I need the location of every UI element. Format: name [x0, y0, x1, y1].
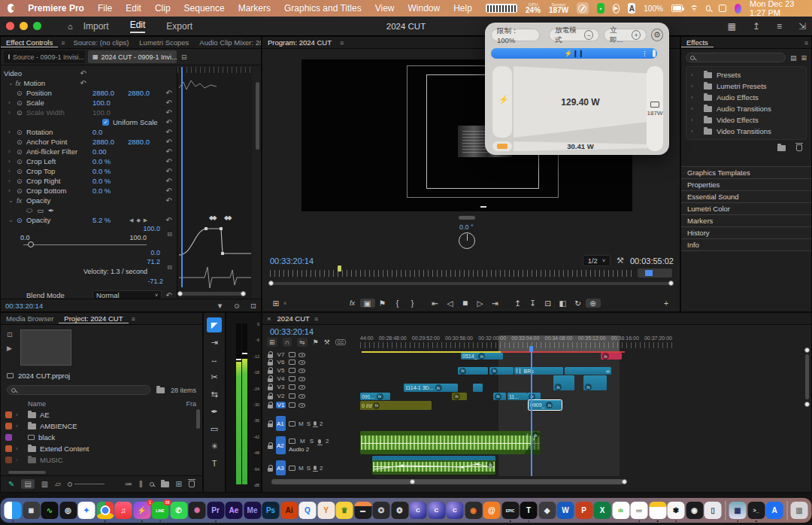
- source-patch-icon[interactable]: [289, 360, 295, 365]
- comparison-view-button[interactable]: ◧: [556, 299, 571, 308]
- dock-illustrator-icon[interactable]: Ai: [280, 502, 298, 519]
- lock-icon[interactable]: [268, 405, 273, 408]
- stopwatch-icon[interactable]: ⊙: [17, 178, 26, 185]
- mute-button[interactable]: M: [298, 465, 304, 472]
- play-menu-icon[interactable]: ▶: [613, 4, 620, 14]
- dock-pineapple-app-icon[interactable]: ♛: [336, 502, 353, 519]
- reset-icon[interactable]: ↶: [166, 128, 172, 136]
- tab-source-monitor[interactable]: Source: (no clips): [68, 38, 134, 47]
- track-header-v6[interactable]: V6: [268, 359, 360, 366]
- chevron-right-icon[interactable]: ›: [16, 423, 24, 429]
- chevron-right-icon[interactable]: ›: [691, 83, 699, 90]
- dock-qfinder-icon[interactable]: Q: [299, 502, 317, 519]
- clip-v5-a[interactable]: fx: [458, 367, 488, 375]
- dock-cinema4d-icon-3[interactable]: C: [447, 502, 464, 519]
- panel-menu-icon[interactable]: ≡: [804, 39, 808, 47]
- dock-davinci-icon[interactable]: ✺: [189, 502, 206, 519]
- safe-margins-button[interactable]: ▣: [360, 299, 375, 308]
- program-monitor-title[interactable]: Program: 2024 CUT: [262, 38, 337, 47]
- dock-notes-icon[interactable]: [649, 502, 666, 519]
- lock-icon[interactable]: [268, 445, 273, 449]
- clear-icon[interactable]: [189, 481, 195, 487]
- rotation-dial[interactable]: [459, 232, 475, 249]
- slip-tool[interactable]: ⇆: [207, 387, 222, 402]
- workspaces-icon[interactable]: ▦: [728, 21, 736, 32]
- new-bin-icon[interactable]: [161, 481, 169, 487]
- dock-epic-games-icon[interactable]: EPIC: [501, 502, 519, 519]
- close-window-button[interactable]: [6, 22, 14, 30]
- effects-folder-audio-effects[interactable]: ›Audio Effects: [686, 92, 806, 103]
- find-icon[interactable]: [150, 482, 154, 487]
- voiceover-mic-icon[interactable]: [314, 421, 317, 426]
- chevron-right-icon[interactable]: ›: [691, 71, 699, 78]
- track-header-v7[interactable]: V7: [268, 351, 360, 358]
- dock-music-icon[interactable]: ♫: [115, 502, 132, 519]
- source-patch-icon[interactable]: [289, 439, 295, 444]
- clip-v5-b[interactable]: fx: [489, 367, 514, 375]
- lock-icon[interactable]: [268, 354, 273, 358]
- rotation-grip[interactable]: [459, 216, 475, 220]
- keyframe-bowtie-icon[interactable]: ◆◆: [209, 214, 215, 221]
- search-bin-icon[interactable]: [156, 387, 165, 393]
- stopwatch-icon[interactable]: ⊙: [17, 99, 26, 107]
- solo-button[interactable]: S: [307, 465, 311, 472]
- zoom-box-thumb[interactable]: [645, 270, 653, 276]
- dock-messenger-icon[interactable]: ⚡1: [133, 502, 150, 519]
- clip-v3-small[interactable]: [473, 384, 483, 392]
- mute-button[interactable]: M: [298, 420, 304, 427]
- scrubber-marker[interactable]: [338, 266, 341, 272]
- ripple-edit-tool[interactable]: ↔: [207, 352, 222, 367]
- lock-icon[interactable]: [268, 370, 273, 374]
- lock-icon[interactable]: [268, 396, 273, 399]
- dock-cinema4d-icon-2[interactable]: C: [428, 502, 445, 519]
- clip-a2-music[interactable]: ♪ fx: [360, 431, 541, 454]
- lock-icon[interactable]: [268, 362, 273, 366]
- source-patch-icon[interactable]: [289, 421, 295, 426]
- clip-v5-c[interactable]: ∞: [565, 367, 611, 375]
- source-patch-icon[interactable]: [289, 466, 295, 471]
- panel-tab-graphics-templates[interactable]: Graphics Templates: [681, 166, 811, 178]
- accepted-effects-icon[interactable]: ▤: [790, 54, 797, 62]
- dock-cocktail-app-icon[interactable]: Y: [317, 502, 335, 519]
- position-y-value[interactable]: 2880.0: [128, 89, 163, 97]
- scroll-knob-right[interactable]: [668, 281, 674, 286]
- source-patch-icon[interactable]: [289, 376, 295, 381]
- label-chip[interactable]: [5, 411, 12, 418]
- opacity-value[interactable]: 5.2 %: [92, 216, 128, 224]
- source-patch-icon[interactable]: [289, 368, 295, 373]
- chevron-right-icon[interactable]: ›: [691, 117, 699, 123]
- dock-houdini-icon[interactable]: @: [483, 502, 501, 519]
- track-output-eye-icon[interactable]: [298, 353, 305, 357]
- tab-effect-controls[interactable]: Effect Controls: [1, 38, 58, 47]
- track-header-v3[interactable]: V3: [268, 384, 360, 390]
- minus-icon[interactable]: −: [584, 30, 593, 40]
- icon-view-button[interactable]: ▥: [41, 480, 48, 488]
- menu-edit[interactable]: Edit: [126, 3, 141, 14]
- track-header-a3[interactable]: A3MS2: [268, 460, 360, 476]
- label-chip[interactable]: [5, 445, 12, 452]
- h-zoom-knob-left[interactable]: [410, 479, 415, 484]
- wifi-icon[interactable]: [691, 5, 698, 12]
- ec-vertical-scrollbar[interactable]: [256, 82, 259, 150]
- window-menu-icon[interactable]: ≡: [777, 21, 782, 32]
- clip-v3-1114[interactable]: 1114-1 3D...fx: [404, 384, 458, 392]
- rect-mask-icon[interactable]: ▭: [37, 206, 44, 214]
- export-frame-button[interactable]: ⊡: [541, 299, 556, 308]
- tab-lumetri-scopes[interactable]: Lumetri Scopes: [134, 38, 194, 47]
- discharge-mode-button[interactable]: 放電模式−: [549, 29, 599, 41]
- effects-folder-video-transitions[interactable]: ›Video Transitions: [686, 126, 806, 137]
- power-flow-widget[interactable]: 限制：100% 放電模式− 立即...+ ⚙ ⚡❙❙ ⋮ ⚡ 129.40 W …: [485, 23, 669, 155]
- effects-search-input[interactable]: [686, 53, 786, 62]
- audio-meter-widget[interactable]: [486, 4, 517, 13]
- solo-button[interactable]: S: [307, 420, 311, 427]
- dock-terminal-icon[interactable]: >_: [747, 502, 765, 519]
- mute-button[interactable]: M: [300, 438, 305, 445]
- label-chip[interactable]: [5, 434, 12, 441]
- dock-mediaencoder-icon[interactable]: Me: [244, 502, 261, 519]
- filter-icon[interactable]: ▼: [217, 302, 223, 310]
- lane-playhead[interactable]: [181, 67, 183, 287]
- pen-mask-icon[interactable]: ✒: [48, 206, 54, 214]
- dock-aftereffects-icon[interactable]: Ae: [226, 502, 243, 519]
- dock-iphone-mirroring-icon[interactable]: ▯: [704, 502, 722, 519]
- delete-custom-item-icon[interactable]: [796, 144, 802, 151]
